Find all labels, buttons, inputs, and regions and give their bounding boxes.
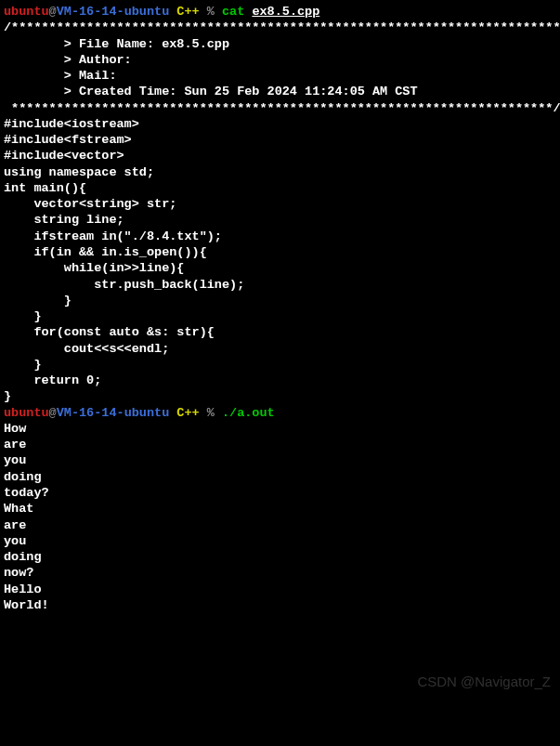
prompt-dir: C++: [169, 5, 199, 19]
code-line: string line;: [4, 212, 556, 228]
output-line: Hello: [4, 582, 556, 597]
code-line: }: [4, 308, 556, 324]
prompt-line-1[interactable]: ubuntu@VM-16-14-ubuntu C++ % cat ex8.5.c…: [4, 4, 556, 20]
output-line: World!: [4, 597, 556, 613]
output-line: you: [4, 533, 556, 549]
output-line: What: [4, 501, 556, 517]
prompt-user: ubuntu: [4, 5, 49, 19]
code-line: > File Name: ex8.5.cpp: [4, 36, 556, 52]
code-line: ifstream in("./8.4.txt");: [4, 229, 556, 244]
prompt-host: VM-16-14-ubuntu: [57, 406, 170, 420]
output-line: are: [4, 517, 556, 533]
prompt-pct: %: [200, 5, 222, 19]
output-line: now?: [4, 565, 556, 581]
filename: ex8.5.cpp: [252, 5, 319, 19]
code-line: /***************************************…: [4, 20, 556, 35]
watermark: CSDN @Navigator_Z: [417, 673, 551, 690]
code-line: }: [4, 357, 556, 373]
code-line: > Created Time: Sun 25 Feb 2024 11:24:05…: [4, 84, 556, 99]
command-run: ./a.out: [222, 406, 275, 420]
output-line: are: [4, 437, 556, 452]
code-line: return 0;: [4, 373, 556, 388]
code-line: ****************************************…: [4, 100, 556, 116]
code-line: }: [4, 388, 556, 404]
code-line: vector<string> str;: [4, 196, 556, 212]
code-line: if(in && in.is_open()){: [4, 244, 556, 260]
output-line: you: [4, 452, 556, 468]
prompt-line-2[interactable]: ubuntu@VM-16-14-ubuntu C++ % ./a.out: [4, 405, 556, 421]
output-line: How: [4, 421, 556, 437]
code-line: cout<<s<<endl;: [4, 341, 556, 357]
code-line: str.push_back(line);: [4, 277, 556, 293]
prompt-dir: C++: [169, 406, 199, 420]
code-line: using namespace std;: [4, 164, 556, 180]
output-line: doing: [4, 549, 556, 565]
prompt-at: @: [49, 406, 57, 420]
code-line: > Mail:: [4, 68, 556, 84]
code-line: int main(){: [4, 180, 556, 196]
code-line: }: [4, 293, 556, 308]
output-line: doing: [4, 469, 556, 485]
output-line: today?: [4, 485, 556, 501]
prompt-host: VM-16-14-ubuntu: [57, 5, 170, 19]
terminal-content: ubuntu@VM-16-14-ubuntu C++ % cat ex8.5.c…: [4, 4, 556, 613]
command-cat: cat: [222, 5, 252, 19]
code-line: #include<vector>: [4, 148, 556, 164]
prompt-user: ubuntu: [4, 406, 49, 420]
prompt-at: @: [49, 5, 57, 19]
code-line: for(const auto &s: str){: [4, 324, 556, 340]
prompt-pct: %: [200, 406, 222, 420]
code-line: #include<fstream>: [4, 132, 556, 148]
code-line: #include<iostream>: [4, 116, 556, 132]
code-line: > Author:: [4, 52, 556, 68]
code-line: while(in>>line){: [4, 260, 556, 276]
